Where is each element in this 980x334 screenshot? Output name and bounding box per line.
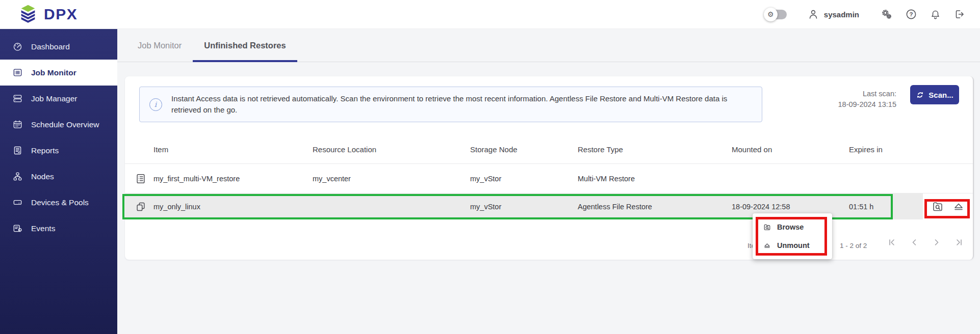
sidebar-item-label: Reports [31,146,59,155]
cell-resource-location: my_vcenter [313,175,470,183]
cell-item: my_first_multi-VM_restore [153,175,313,183]
column-header-expires-in: Expires in [849,145,923,154]
sidebar-item-label: Events [31,224,55,233]
cell-item: my_only_linux [153,203,313,211]
menu-item-browse[interactable]: Browse [753,218,832,236]
sidebar-item-devices-pools[interactable]: Devices & Pools [0,189,117,215]
devices-icon [12,197,23,208]
first-page-icon [887,237,897,247]
column-header-item: Item [153,145,313,154]
sidebar: Dashboard Job Monitor Job Manager Schedu… [0,29,117,334]
tab-label: Job Monitor [138,41,182,50]
chevron-left-icon [909,237,919,247]
user-menu[interactable]: sysadmin [807,8,859,20]
column-header-mounted-on: Mounted on [732,145,849,154]
settings-button[interactable] [880,8,893,21]
multi-vm-restore-icon [135,173,146,184]
logout-icon [953,8,966,20]
gears-icon [880,8,893,21]
scan-button-label: Scan... [929,91,953,99]
sidebar-item-label: Dashboard [31,42,70,51]
reports-icon [12,145,23,156]
toggle-gear-icon: ⚙ [764,8,778,21]
info-icon: i [149,98,162,111]
nodes-icon [12,171,23,182]
cell-mounted-on: 18-09-2024 12:58 [732,203,849,211]
last-page-button[interactable] [954,237,964,247]
sidebar-item-label: Job Monitor [31,68,76,77]
cell-expires-in: 01:51 h [849,203,923,211]
dashboard-icon [12,41,23,52]
last-scan-value: 18-09-2024 13:15 [838,99,897,110]
schedule-icon [12,119,23,130]
theme-toggle[interactable]: ⚙ [765,10,787,19]
scan-button[interactable]: Scan... [910,85,959,104]
context-menu: Browse Unmount [753,213,832,259]
sidebar-item-schedule-overview[interactable]: Schedule Overview [0,112,117,137]
table-header-row: Item Resource Location Storage Node Rest… [125,135,973,164]
browse-action-button[interactable] [931,200,944,213]
eject-icon [952,200,965,213]
column-header-storage-node: Storage Node [470,145,578,154]
bell-icon [930,9,941,20]
column-header-restore-type: Restore Type [578,145,732,154]
username: sysadmin [824,10,859,19]
job-manager-icon [12,93,23,104]
cell-restore-type: Agentless File Restore [578,203,732,211]
previous-page-button[interactable] [909,237,919,247]
last-scan: Last scan: 18-09-2024 13:15 [838,89,897,110]
pagination-range: 1 - 2 of 2 [840,242,867,249]
table-row-multi-vm-restore[interactable]: my_first_multi-VM_restore my_vcenter my_… [125,164,973,193]
tab-job-monitor[interactable]: Job Monitor [126,29,193,62]
table-row-agentless-file-restore[interactable]: my_only_linux my_vStor Agentless File Re… [125,193,973,219]
browse-icon [763,223,771,232]
help-button[interactable]: ? [905,8,917,20]
cell-storage-node: my_vStor [470,175,578,183]
tab-unfinished-restores[interactable]: Unfinished Restores [193,29,297,62]
sidebar-item-job-monitor[interactable]: Job Monitor [0,60,117,86]
sidebar-item-label: Devices & Pools [31,198,89,207]
menu-item-label: Browse [777,223,804,231]
tab-bar: Job Monitor Unfinished Restores [117,29,980,62]
cell-restore-type: Multi-VM Restore [578,175,732,183]
menu-item-label: Unmount [777,241,810,249]
top-bar: DPX ⚙ sysadmin ? [0,0,980,29]
sidebar-item-label: Nodes [31,172,54,181]
refresh-icon [916,91,924,99]
sidebar-item-events[interactable]: Events [0,215,117,241]
dpx-logo-icon [17,4,39,25]
info-banner-text: Instant Access data is not retrieved aut… [171,93,762,116]
events-icon [12,223,23,234]
last-page-icon [954,237,964,247]
sidebar-item-label: Job Manager [31,94,77,103]
info-banner: i Instant Access data is not retrieved a… [139,87,762,122]
sidebar-item-label: Schedule Overview [31,120,99,129]
eject-icon [763,241,771,250]
sidebar-item-job-manager[interactable]: Job Manager [0,86,117,112]
cell-storage-node: my_vStor [470,203,578,211]
column-header-resource-location: Resource Location [313,145,470,154]
job-monitor-icon [12,67,23,78]
last-scan-label: Last scan: [838,89,897,99]
logout-button[interactable] [953,8,966,20]
dpx-logo: DPX [17,4,78,25]
notifications-button[interactable] [930,9,941,20]
user-icon [807,8,819,20]
logo-text: DPX [44,6,78,23]
main-content: Job Monitor Unfinished Restores i Instan… [117,29,980,334]
unmount-action-button[interactable] [952,200,965,213]
copy-icon [135,201,146,212]
sidebar-item-reports[interactable]: Reports [0,137,117,163]
browse-icon [931,200,944,213]
chevron-right-icon [932,237,942,247]
tab-label: Unfinished Restores [204,41,286,50]
next-page-button[interactable] [932,237,942,247]
pagination-controls [887,237,964,247]
sidebar-item-dashboard[interactable]: Dashboard [0,34,117,60]
svg-text:?: ? [909,11,913,17]
row-actions [923,193,973,219]
unfinished-restores-panel: i Instant Access data is not retrieved a… [125,76,974,260]
first-page-button[interactable] [887,237,897,247]
sidebar-item-nodes[interactable]: Nodes [0,163,117,189]
menu-item-unmount[interactable]: Unmount [753,236,832,255]
